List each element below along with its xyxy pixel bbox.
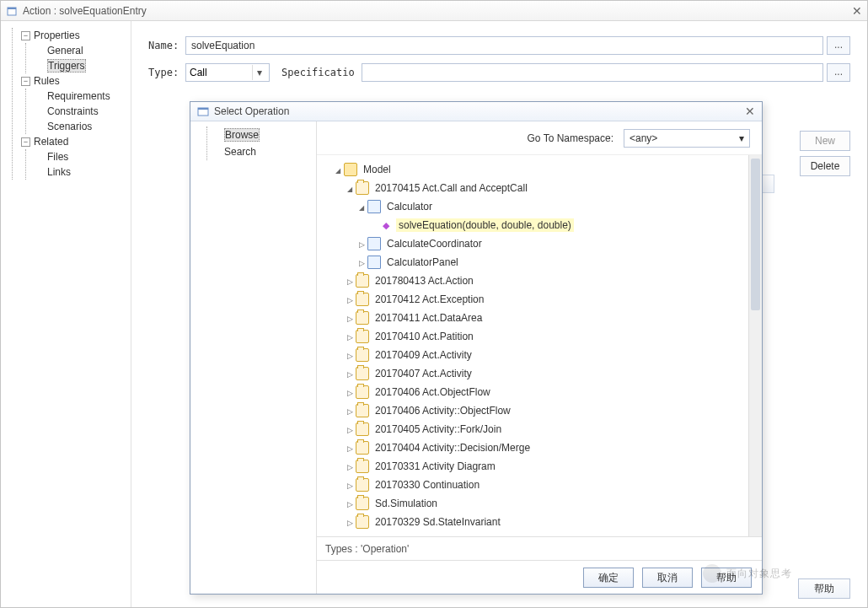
tree-requirements[interactable]: Requirements [31,89,127,104]
tree-scrollbar[interactable] [748,155,762,536]
expand-arrow-icon[interactable] [344,332,356,342]
tree-node[interactable]: 20170329 Sd.StateInvariant [320,513,758,531]
expand-arrow-icon[interactable] [344,425,356,434]
name-input[interactable] [185,36,823,55]
tab-search[interactable]: Search [212,143,308,160]
tree-label: CalculatorPanel [384,256,461,269]
type-combo[interactable]: Call ▾ [185,63,270,82]
tree-label: solveEquation(double, double, double) [396,218,574,232]
dialog-help-button[interactable]: 帮助 [701,568,752,588]
expand-arrow-icon[interactable] [344,481,356,490]
outer-help-button[interactable]: 帮助 [798,578,850,599]
package-icon [356,441,369,455]
namespace-combo[interactable]: <any> ▾ [624,129,750,148]
tree-label: 20170331 Activity Diagram [372,460,498,473]
expand-arrow-icon[interactable] [344,369,356,379]
package-icon [356,478,369,492]
folder-icon [344,163,357,176]
tree-files[interactable]: Files [31,149,127,164]
new-button[interactable]: New [800,131,850,151]
expand-arrow-icon[interactable] [344,295,356,304]
tree-node[interactable]: 20170404 Activity::Decision/Merge [320,439,758,457]
tree-label: 20170405 Activity::Fork/Join [372,422,504,436]
tree-node[interactable]: ◆solveEquation(double, double, double) [320,216,758,234]
tree-constraints[interactable]: Constraints [31,104,127,119]
tree-node[interactable]: CalculateCoordinator [320,234,758,253]
tree-label: 201780413 Act.Action [372,274,476,288]
operation-tree[interactable]: Model20170415 Act.Call and AcceptCallCal… [317,155,762,536]
select-operation-dialog: Select Operation ✕ Browse Search Go To N… [190,101,763,595]
tree-node[interactable]: CalculatorPanel [320,253,758,272]
package-icon [356,460,369,473]
dialog-left-tabs: Browse Search [190,121,317,594]
package-icon [356,293,369,306]
ok-button[interactable]: 确定 [583,568,634,588]
expand-arrow-icon[interactable] [344,518,356,527]
package-icon [356,348,369,362]
name-label: Name: [148,40,185,51]
expand-arrow-icon[interactable] [344,184,356,193]
tree-node[interactable]: 20170409 Act.Activity [320,346,758,364]
expand-arrow-icon[interactable] [344,277,356,286]
class-icon [367,237,381,250]
expand-arrow-icon[interactable] [344,351,356,360]
tree-label: Model [361,163,394,176]
specification-browse-button[interactable]: ... [827,63,850,82]
tree-node[interactable]: 20170411 Act.DataArea [320,309,758,327]
tree-label: 20170407 Act.Activity [372,367,474,380]
window-titlebar[interactable]: Action : solveEquationEntry ✕ [1,1,867,21]
chevron-down-icon: ▾ [252,65,265,80]
tree-node[interactable]: 20170407 Act.Activity [320,364,758,383]
tree-related[interactable]: −Related [18,134,127,149]
window-title: Action : solveEquationEntry [23,5,147,17]
tree-node[interactable]: 20170405 Activity::Fork/Join [320,420,758,439]
tree-node[interactable]: 20170410 Act.Patition [320,327,758,346]
expand-arrow-icon[interactable] [344,388,356,397]
dialog-titlebar[interactable]: Select Operation ✕ [190,102,762,121]
package-icon [356,367,369,380]
tree-node[interactable]: Sd.Simulation [320,494,758,513]
tree-node[interactable]: 20170406 Activity::ObjectFlow [320,401,758,420]
dialog-close-icon[interactable]: ✕ [745,105,755,118]
tree-links[interactable]: Links [31,164,127,180]
property-tree: −Properties General Triggers −Rules Requ… [1,21,131,607]
name-browse-button[interactable]: ... [827,36,850,55]
tree-node[interactable]: 20170406 Act.ObjectFlow [320,383,758,401]
dialog-status: Types : 'Operation' [317,536,762,560]
tree-node[interactable]: 20170331 Activity Diagram [320,457,758,476]
tree-node[interactable]: 20170415 Act.Call and AcceptCall [320,179,758,197]
tree-scenarios[interactable]: Scenarios [31,119,127,134]
tree-node[interactable]: 201780413 Act.Action [320,272,758,290]
expand-arrow-icon[interactable] [332,165,344,175]
operation-icon: ◆ [379,218,393,232]
svg-rect-1 [8,8,16,9]
tree-label: 20170409 Act.Activity [372,348,474,362]
tree-node[interactable]: Calculator [320,197,758,216]
tree-properties[interactable]: −Properties [18,28,127,43]
tree-label: 20170406 Act.ObjectFlow [372,385,493,399]
cancel-button[interactable]: 取消 [642,568,693,588]
expand-arrow-icon[interactable] [356,258,367,267]
window-icon [6,5,18,17]
specification-input[interactable] [362,63,823,82]
dialog-title: Select Operation [214,105,289,117]
expand-arrow-icon[interactable] [356,202,367,212]
close-icon[interactable]: ✕ [852,4,862,18]
dialog-icon [197,105,209,117]
tree-node[interactable]: Model [320,160,758,179]
tree-node[interactable]: 20170412 Act.Exception [320,290,758,309]
expand-arrow-icon[interactable] [356,239,367,249]
package-icon [356,515,369,529]
expand-arrow-icon[interactable] [344,406,356,416]
specification-label: Specificatio [281,67,355,78]
delete-button[interactable]: Delete [800,156,850,176]
tree-general[interactable]: General [31,43,127,58]
expand-arrow-icon[interactable] [344,462,356,471]
expand-arrow-icon[interactable] [344,314,356,323]
expand-arrow-icon[interactable] [344,444,356,453]
tree-node[interactable]: 20170330 Continuation [320,476,758,494]
tree-triggers[interactable]: Triggers [31,58,127,73]
tree-rules[interactable]: −Rules [18,73,127,89]
expand-arrow-icon[interactable] [344,499,356,508]
tab-browse[interactable]: Browse [212,126,308,143]
